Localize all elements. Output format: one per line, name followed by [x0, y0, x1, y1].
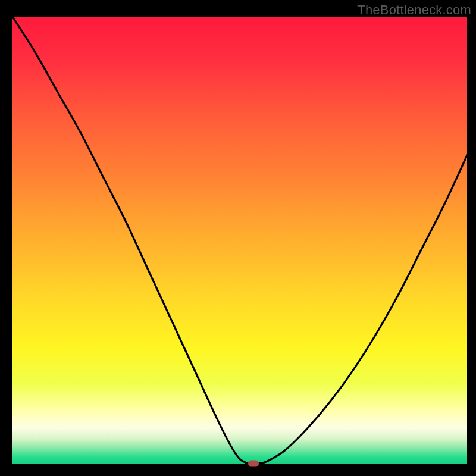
svg-rect-0: [12, 17, 467, 464]
watermark-text: TheBottleneck.com: [357, 2, 471, 18]
chart-frame: TheBottleneck.com: [0, 0, 476, 476]
background-gradient: [12, 17, 467, 464]
optimum-marker: [248, 461, 259, 467]
plot-area: [12, 17, 467, 464]
